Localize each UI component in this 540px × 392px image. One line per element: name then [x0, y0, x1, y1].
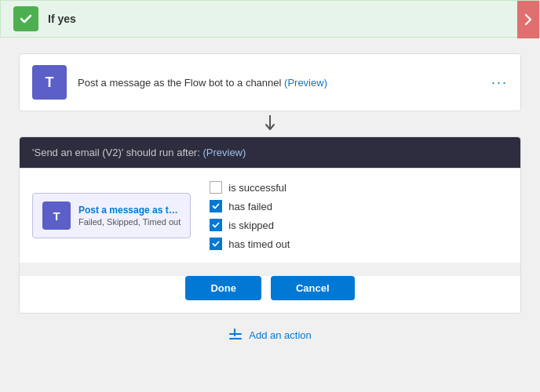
- checkbox-item-successful[interactable]: is successful: [210, 181, 290, 194]
- add-action-icon: [228, 328, 243, 342]
- run-after-panel-wrapper: 'Send an email (V2)' should run after: (…: [19, 136, 521, 314]
- checkbox-timedout-label: has timed out: [228, 238, 290, 250]
- main-content: T Post a message as the Flow bot to a ch…: [0, 38, 540, 358]
- checkbox-item-skipped[interactable]: is skipped: [210, 219, 290, 231]
- teams-action-card[interactable]: T Post a message as the Flow bot to a ch…: [19, 53, 521, 111]
- done-button[interactable]: Done: [185, 276, 261, 300]
- source-action-name: Post a message as the Flow bot...: [78, 205, 181, 216]
- arrow-connector: [19, 111, 521, 136]
- top-bar: If yes: [0, 0, 540, 38]
- checkbox-item-timed-out[interactable]: has timed out: [210, 238, 290, 250]
- checkbox-timed-out[interactable]: [210, 238, 222, 250]
- run-after-header: 'Send an email (V2)' should run after: (…: [20, 137, 520, 168]
- down-arrow-icon: [265, 115, 275, 132]
- source-action-box: T Post a message as the Flow bot... Fail…: [32, 193, 191, 238]
- right-chevron-icon: [524, 13, 532, 26]
- add-action-row[interactable]: Add an action: [19, 328, 521, 342]
- action-buttons-row: Done Cancel: [20, 275, 520, 313]
- right-arrow-button[interactable]: [517, 1, 539, 38]
- checkbox-failed[interactable]: [210, 200, 222, 212]
- top-bar-title: If yes: [48, 13, 76, 25]
- checkbox-skipped-label: is skipped: [228, 220, 274, 231]
- cancel-button[interactable]: Cancel: [271, 276, 355, 300]
- check-skipped-icon: [212, 221, 220, 229]
- teams-icon: T: [32, 65, 67, 100]
- run-condition-checkboxes: is successful has failed: [210, 181, 290, 250]
- more-options-button[interactable]: ···: [491, 75, 508, 89]
- checkbox-failed-label: has failed: [228, 201, 272, 212]
- teams-card-label: Post a message as the Flow bot to a chan…: [78, 77, 491, 89]
- svg-rect-2: [234, 328, 235, 336]
- add-action-label: Add an action: [249, 329, 312, 341]
- run-after-body: T Post a message as the Flow bot... Fail…: [20, 168, 520, 263]
- svg-rect-3: [229, 338, 242, 339]
- check-timedout-icon: [212, 240, 220, 248]
- checkbox-item-failed[interactable]: has failed: [210, 200, 290, 212]
- checkbox-successful-label: is successful: [228, 182, 286, 194]
- check-failed-icon: [212, 202, 220, 210]
- source-teams-icon: T: [42, 201, 71, 230]
- check-icon-box: [13, 6, 38, 31]
- checkmark-icon: [19, 12, 33, 26]
- source-action-status: Failed, Skipped, Timed out: [78, 217, 181, 227]
- checkbox-skipped[interactable]: [210, 219, 222, 231]
- checkbox-successful[interactable]: [210, 181, 222, 194]
